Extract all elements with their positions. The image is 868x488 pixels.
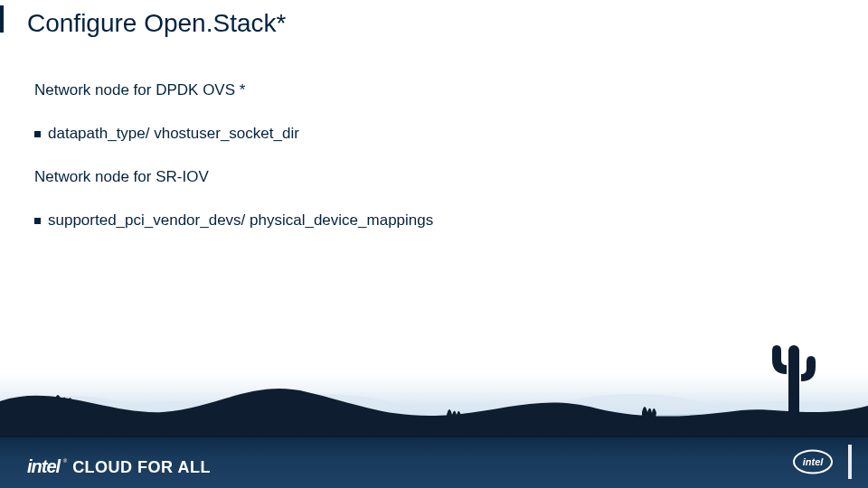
footer-accent-bar [848, 445, 852, 479]
clouds-decoration [0, 372, 868, 437]
slide-title: Configure Open.Stack* [27, 9, 286, 38]
section-heading: Network node for SR-IOV [34, 168, 832, 186]
brand-tagline: CLOUD FOR ALL [72, 458, 211, 477]
square-bullet-icon [34, 218, 41, 224]
brand-lockup: intel® CLOUD FOR ALL [27, 456, 211, 477]
section-heading: Network node for DPDK OVS * [34, 81, 832, 99]
intel-logo-text: intel [803, 456, 825, 467]
bullet-text: datapath_type/ vhostuser_socket_dir [48, 125, 299, 143]
brand-intel-text: intel [27, 456, 60, 476]
slide: Configure Open.Stack* Network node for D… [0, 0, 868, 488]
bullet-item: supported_pci_vendor_devs/ physical_devi… [34, 211, 832, 230]
bullet-item: datapath_type/ vhostuser_socket_dir [34, 125, 832, 143]
square-bullet-icon [34, 131, 41, 137]
brand-intel-word: intel® [27, 456, 65, 477]
divider [0, 436, 868, 437]
footer-band: intel® CLOUD FOR ALL intel [0, 437, 868, 488]
title-accent-bar [0, 5, 4, 33]
intel-logo-icon: intel [792, 448, 834, 475]
registered-mark: ® [63, 458, 66, 464]
bullet-text: supported_pci_vendor_devs/ physical_devi… [48, 211, 433, 230]
slide-content: Network node for DPDK OVS * datapath_typ… [34, 81, 832, 248]
